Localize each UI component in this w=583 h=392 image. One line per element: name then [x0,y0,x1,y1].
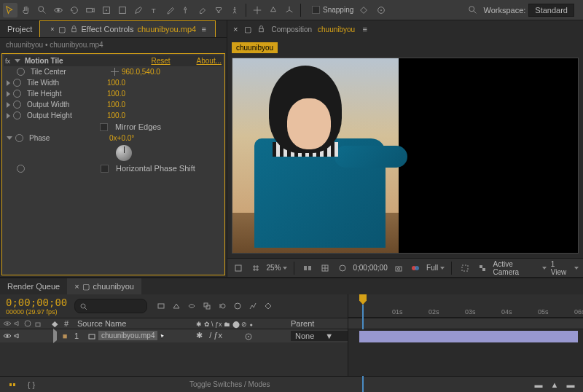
close-tab-icon[interactable]: × [74,282,79,291]
layer-row[interactable]: ■ 1 chuunibyou.mp4 ✱ / ƒx None▼ [0,329,348,342]
always-preview-icon[interactable] [232,262,245,275]
roi-icon[interactable] [458,262,472,275]
clone-tool[interactable] [179,3,194,17]
expand-layer-icon[interactable] [53,329,57,343]
mirror-edges-checkbox[interactable] [100,123,108,131]
roto-tool[interactable] [211,3,226,17]
playhead[interactable] [359,294,367,305]
orbit-tool[interactable] [51,3,66,17]
selection-tool[interactable] [3,3,17,17]
brainstorm-icon[interactable] [231,299,244,313]
time-ruler[interactable]: 01s 02s 03s 04s 05s 06s [348,294,583,318]
world-axis-icon[interactable] [266,3,281,17]
about-link[interactable]: About... [197,57,222,65]
tile-center-value[interactable]: 960.0,540.0 [122,68,160,76]
brackets-icon[interactable]: { } [25,378,38,391]
mask-icon[interactable] [336,262,349,275]
output-height-value[interactable]: 100.0 [107,111,125,119]
panel-menu-icon[interactable]: ≡ [200,26,208,34]
shy-icon[interactable] [185,299,198,313]
brush-tool[interactable] [163,3,178,17]
show-channel-icon[interactable] [409,262,422,275]
resolution-grid-icon[interactable] [318,262,332,275]
layer-eye-icon[interactable] [3,332,12,340]
pan-behind-tool[interactable] [99,3,114,17]
shape-tool[interactable] [115,3,130,17]
puppet-tool[interactable] [227,3,242,17]
collapse-icon[interactable] [7,136,12,140]
tab-timeline-comp[interactable]: × ▢ chuunibyou [67,278,141,294]
viewport[interactable] [232,58,579,254]
zoom-out-timeline-icon[interactable]: ▬ [532,378,545,391]
layer-track-bar[interactable] [359,331,578,342]
stopwatch-icon[interactable] [15,134,23,142]
expand-icon[interactable] [7,91,10,97]
phase-value[interactable]: 0x+0.0° [109,134,134,142]
close-tab-icon[interactable]: × [233,25,238,34]
timeline-timecode[interactable]: 0;00;00;00 [6,297,67,308]
lock-icon[interactable] [70,26,78,34]
reset-link[interactable]: Reset [151,57,170,65]
eye-icon[interactable] [3,319,12,328]
tab-render-queue[interactable]: Render Queue [0,278,67,294]
pen-tool[interactable] [131,3,146,17]
resolution-dropdown[interactable]: Full [426,264,445,272]
snapping-checkbox[interactable] [312,6,320,14]
tab-project[interactable]: Project [0,20,39,37]
output-width-value[interactable]: 100.0 [107,101,125,109]
zoom-tool[interactable] [35,3,50,17]
search-icon[interactable] [466,3,480,17]
close-tab-icon[interactable]: × [50,26,54,33]
stopwatch-icon[interactable] [13,90,21,98]
camera-dropdown[interactable]: Active Camera [493,260,547,276]
timeline-search[interactable] [74,299,147,313]
stopwatch-icon[interactable] [17,165,25,173]
zoom-dropdown[interactable]: 25% [266,264,287,272]
expand-icon[interactable] [7,102,10,108]
stopwatch-icon[interactable] [17,68,25,76]
panel-menu-icon[interactable]: ≡ [361,26,369,34]
auto-keyframe-icon[interactable] [262,299,275,313]
col-source-name[interactable]: Source Name [73,319,196,328]
crosshair-icon[interactable] [111,68,119,76]
composition-file[interactable]: chuunibyou [318,26,355,34]
snapshot-icon[interactable] [392,262,405,275]
snap-options-icon[interactable] [356,3,371,17]
views-dropdown[interactable]: 1 View [551,260,579,276]
pickwhip-icon[interactable] [244,332,253,341]
rotate-tool[interactable] [67,3,82,17]
motion-blur-icon[interactable] [216,299,229,313]
lock-icon[interactable] [257,26,265,34]
solo-icon[interactable] [23,319,32,328]
view-axis-icon[interactable] [282,3,297,17]
tile-width-value[interactable]: 100.0 [107,79,125,87]
hand-tool[interactable] [19,3,34,17]
col-parent[interactable]: Parent [291,319,348,328]
frame-blend-icon[interactable] [200,299,214,313]
transparency-grid-icon[interactable] [476,262,489,275]
tab-effect-controls[interactable]: × ▢ Effect Controls chuunibyou.mp4 ≡ [39,20,216,37]
workspace-dropdown[interactable]: Standard [528,4,574,17]
type-tool[interactable]: T [147,3,162,17]
zoom-slider-icon[interactable]: ▲ [548,378,561,391]
horizontal-shift-checkbox[interactable] [101,165,109,173]
eraser-tool[interactable] [195,3,210,17]
zoom-in-timeline-icon[interactable]: ▬ [564,378,577,391]
active-comp-label[interactable]: chuunibyou [232,42,278,53]
parent-dropdown[interactable]: None▼ [291,331,348,341]
grid-icon[interactable] [249,262,262,275]
speaker-icon[interactable] [13,319,22,328]
graph-editor-icon[interactable] [246,299,259,313]
toggle-switches-label[interactable]: Toggle Switches / Modes [189,380,270,388]
expand-icon[interactable] [7,80,10,86]
phase-dial[interactable] [116,145,132,161]
viewer-timecode[interactable]: 0;00;00;00 [353,264,387,272]
stopwatch-icon[interactable] [13,101,21,109]
snap-grid-icon[interactable] [374,3,388,17]
comp-mini-icon[interactable] [154,299,168,313]
expand-switch-icon[interactable] [6,378,19,391]
tile-height-value[interactable]: 100.0 [107,90,125,98]
track-area[interactable] [348,329,583,376]
stopwatch-icon[interactable] [13,111,21,119]
camera-tool[interactable] [83,3,98,17]
